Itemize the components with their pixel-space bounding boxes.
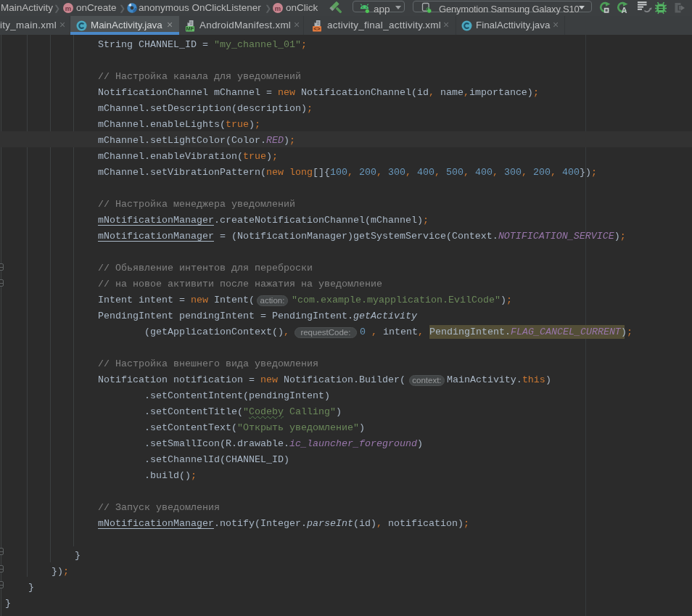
svg-text:m: m bbox=[65, 4, 71, 12]
svg-text:<>: <> bbox=[313, 25, 321, 32]
svg-text:m: m bbox=[275, 4, 281, 12]
svg-text:A: A bbox=[622, 6, 627, 15]
svg-text:MF: MF bbox=[186, 25, 194, 32]
